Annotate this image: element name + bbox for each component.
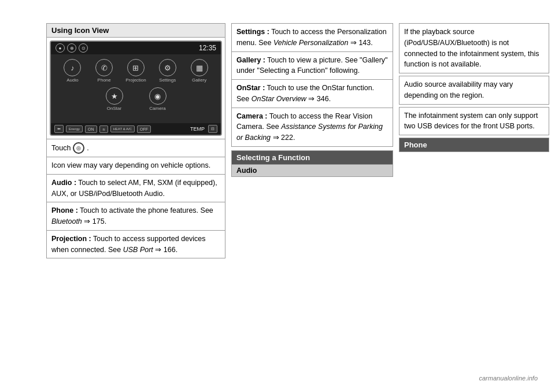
settings-term: Settings : — [236, 28, 269, 36]
gallery-label: Gallery — [192, 77, 206, 83]
gallery-term: Gallery : — [236, 56, 265, 64]
watermark: carmanualonline.info — [479, 375, 538, 382]
touch-period: . — [87, 144, 88, 152]
onstar-icon: ★ — [106, 87, 123, 105]
audio-term: Audio : — [51, 179, 76, 187]
settings-label: Settings — [159, 77, 176, 83]
right-column: If the playback source (iPod/USB/AUX/Blu… — [399, 23, 549, 369]
camera-term: Camera : — [236, 112, 268, 120]
touch-row: Touch ◎ . — [46, 139, 225, 157]
screen-icon-2: ⊕ — [67, 43, 76, 53]
section-header-icon-view: Using Icon View — [46, 23, 225, 38]
settings-icon: ⚙ — [159, 59, 176, 76]
camera-arrow: ⇒ 222. — [273, 134, 295, 142]
camera-entry: Camera : Touch to access the Rear Vision… — [231, 108, 393, 147]
app-onstar: ★ OnStar — [101, 87, 127, 111]
gallery-icon: ▦ — [191, 59, 208, 76]
projection-icon: ⊞ — [127, 59, 145, 76]
page-container: Using Icon View ● ⊕ ⊙ 12:35 ♪ Aud — [0, 0, 555, 392]
settings-entry: Settings : Touch to access the Personali… — [231, 23, 393, 52]
projection-arrow: ⇒ 166. — [155, 246, 177, 254]
camera-label: Camera — [149, 106, 165, 111]
screen-mockup: ● ⊕ ⊙ 12:35 ♪ Audio ✆ Phone — [50, 40, 222, 136]
projection-entry: Projection : Touch to access supported d… — [46, 231, 225, 259]
phone-entry: Phone : Touch to activate the phone feat… — [46, 202, 225, 231]
screen-apps-row2: ★ OnStar ◉ Camera — [51, 85, 221, 113]
screen-container: ● ⊕ ⊙ 12:35 ♪ Audio ✆ Phone — [46, 38, 225, 139]
settings-arrow: ⇒ 143. — [350, 39, 373, 47]
audio-label: Audio — [66, 77, 78, 83]
touch-label: Touch — [51, 144, 71, 152]
projection-italic: USB Port — [123, 246, 153, 254]
audio-text: Touch to select AM, FM, SXM (if equipped… — [51, 179, 217, 198]
note-usb-devices: The infotainment system can only support… — [399, 107, 549, 136]
selecting-function-header: Selecting a Function — [231, 150, 393, 165]
audio-subheader: Audio — [231, 165, 393, 177]
settings-italic: Vehicle Personalization — [273, 39, 348, 47]
app-phone: ✆ Phone — [91, 59, 117, 83]
onstar-entry: OnStar : Touch to use the OnStar functio… — [231, 80, 393, 108]
onstar-italic: OnStar Overview — [251, 95, 306, 103]
projection-label: Projection — [125, 77, 146, 83]
screen-top-icons: ● ⊕ ⊙ — [56, 43, 88, 53]
audio-entry: Audio : Touch to select AM, FM, SXM (if … — [46, 175, 225, 203]
onstar-term: OnStar : — [236, 84, 265, 92]
screen-top-bar: ● ⊕ ⊙ 12:35 — [51, 42, 221, 54]
phone-arrow: ⇒ 175. — [84, 217, 106, 225]
middle-column: Settings : Touch to access the Personali… — [231, 23, 393, 369]
gallery-entry: Gallery : Touch to view a picture. See "… — [231, 52, 393, 80]
app-gallery: ▦ Gallery — [186, 59, 212, 83]
heat-btn: ≋ — [99, 125, 108, 133]
off-btn: OFF — [137, 125, 151, 133]
app-camera: ◉ Camera — [145, 87, 171, 111]
app-settings: ⚙ Settings — [154, 59, 180, 83]
onstar-arrow: ⇒ 346. — [308, 95, 331, 103]
left-column: Using Icon View ● ⊕ ⊙ 12:35 ♪ Aud — [46, 23, 225, 369]
back-btn: ⬅ — [54, 125, 64, 133]
phone-label: Phone — [98, 77, 111, 83]
phone-text: Touch to activate the phone features. Se… — [80, 206, 213, 215]
phone-italic: Bluetooth — [51, 217, 82, 225]
screen-time: 12:35 — [199, 44, 216, 52]
screen-apps-row1: ♪ Audio ✆ Phone ⊞ Projection ⚙ Settings — [51, 54, 221, 85]
app-audio: ♪ Audio — [60, 59, 86, 83]
energy-btn: Energy — [66, 125, 83, 132]
projection-term: Projection : — [51, 235, 91, 243]
camera-icon: ◉ — [149, 87, 166, 105]
on-btn: ON — [85, 125, 97, 133]
phone-icon: ✆ — [95, 59, 113, 76]
onstar-label: OnStar — [107, 106, 121, 111]
temp-display: TEMP — [190, 126, 205, 132]
heatac-btn: HEAT & A/C — [110, 125, 135, 132]
icon-note: Icon view may vary depending on vehicle … — [46, 157, 225, 175]
phone-subheader: Phone — [399, 138, 549, 152]
screen-icon-1: ● — [56, 43, 65, 53]
touch-icon: ◎ — [73, 142, 84, 154]
note-audio-source: Audio source availability may vary depen… — [399, 76, 549, 105]
screen-bottom-bar: ⬅ Energy ON ≋ HEAT & A/C OFF TEMP ⊟ — [51, 123, 221, 135]
phone-term: Phone : — [51, 206, 78, 215]
right-btn: ⊟ — [208, 125, 217, 133]
audio-icon: ♪ — [64, 59, 81, 76]
note-ipod: If the playback source (iPod/USB/AUX/Blu… — [399, 23, 549, 73]
screen-icon-3: ⊙ — [79, 43, 88, 53]
app-projection: ⊞ Projection — [123, 59, 149, 83]
